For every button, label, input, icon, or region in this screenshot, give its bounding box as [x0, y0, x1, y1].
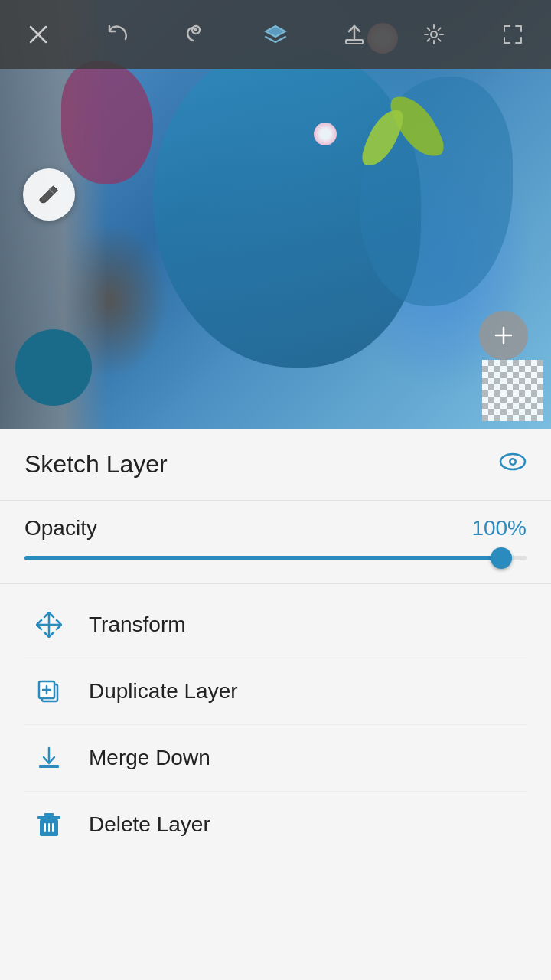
fullscreen-button[interactable] [496, 18, 530, 51]
layer-thumbnail [482, 360, 543, 421]
delete-layer-menu-item[interactable]: Delete Layer [24, 792, 527, 858]
svg-rect-26 [37, 816, 60, 819]
toolbar [0, 0, 551, 69]
opacity-section: Opacity 100% [0, 501, 551, 576]
layer-header: Sketch Layer [0, 429, 551, 501]
opacity-label: Opacity [24, 516, 97, 541]
merge-down-label: Merge Down [89, 746, 210, 770]
delete-icon [24, 812, 73, 838]
settings-button[interactable] [417, 18, 451, 51]
svg-point-13 [511, 460, 515, 464]
brush-button[interactable] [23, 168, 75, 220]
svg-rect-27 [44, 813, 54, 816]
merge-icon [24, 745, 73, 771]
duplicate-layer-label: Duplicate Layer [89, 679, 238, 704]
export-button[interactable] [337, 18, 371, 51]
duplicate-layer-menu-item[interactable]: Duplicate Layer [24, 658, 527, 725]
svg-rect-21 [39, 765, 59, 768]
section-divider [0, 583, 551, 584]
duplicate-icon [24, 678, 73, 704]
svg-marker-4 [266, 26, 285, 37]
svg-point-3 [194, 28, 197, 31]
transform-label: Transform [89, 612, 186, 637]
bottom-panel: Sketch Layer Opacity 100% [0, 429, 551, 980]
slider-fill [24, 556, 501, 560]
menu-items: Transform Duplicate Layer [0, 592, 551, 858]
undo-button[interactable] [100, 18, 134, 51]
redo-button[interactable] [180, 18, 214, 51]
color-circle[interactable] [15, 329, 92, 406]
visibility-toggle[interactable] [499, 451, 527, 478]
close-button[interactable] [21, 18, 55, 51]
svg-rect-6 [346, 40, 363, 44]
move-icon [24, 612, 73, 638]
delete-layer-label: Delete Layer [89, 812, 210, 837]
opacity-value: 100% [471, 516, 527, 541]
layers-button[interactable] [259, 18, 292, 51]
svg-point-7 [431, 31, 437, 38]
layer-title: Sketch Layer [24, 450, 168, 479]
slider-thumb[interactable] [491, 547, 512, 569]
add-layer-button[interactable] [479, 311, 528, 360]
transform-menu-item[interactable]: Transform [24, 592, 527, 658]
merge-down-menu-item[interactable]: Merge Down [24, 725, 527, 792]
opacity-row: Opacity 100% [24, 516, 527, 541]
opacity-slider[interactable] [24, 556, 527, 560]
